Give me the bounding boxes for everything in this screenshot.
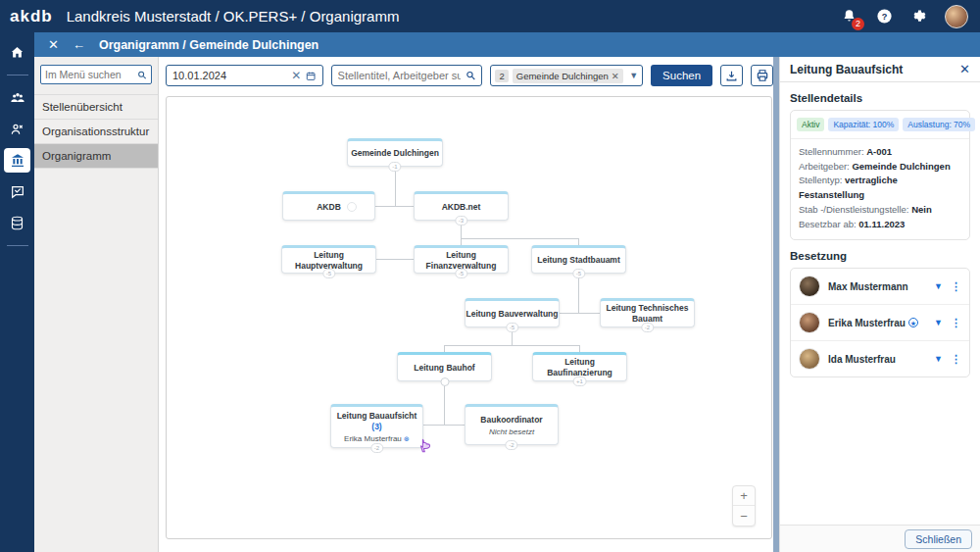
org-node-leitung-hauptverwaltung[interactable]: Leitung Hauptverwaltung -5 [281, 245, 376, 274]
position-search-field[interactable] [331, 65, 483, 86]
sidebar-item-stellenuebersicht[interactable]: Stellenübersicht [34, 94, 158, 119]
chevron-down-icon[interactable]: ▼ [629, 71, 638, 80]
org-node-akdb-net[interactable]: AKDB.net -3 [414, 191, 509, 221]
details-heading: Stellendetails [790, 92, 970, 104]
star-icon: ⊛ [404, 435, 410, 443]
occupant-row: Erika Musterfrau ★ ▼ ⋮ [791, 305, 969, 341]
star-icon: ★ [908, 318, 918, 327]
detail-row: Stellennummer: A-001 [799, 145, 961, 160]
expand-badge[interactable]: +1 [572, 376, 587, 386]
person-icon[interactable] [4, 117, 30, 141]
svg-text:?: ? [881, 12, 887, 22]
utilization-badge: Auslastung: 70% [903, 118, 975, 131]
menu-search-field[interactable] [40, 65, 152, 84]
expand-badge[interactable]: -2 [370, 443, 383, 453]
date-input[interactable] [172, 70, 286, 81]
print-icon[interactable] [751, 65, 773, 86]
kebab-menu-icon[interactable]: ⋮ [951, 280, 961, 293]
status-badge-active: Aktiv [797, 118, 824, 131]
avatar [799, 276, 820, 297]
help-icon[interactable]: ? [874, 7, 894, 26]
org-node-leitung-technisches-bauamt[interactable]: Leitung Technisches Bauamt -2 [600, 298, 695, 327]
occupant-count: (3) [371, 422, 381, 431]
zoom-in-button[interactable]: + [733, 486, 755, 506]
search-button[interactable]: Suchen [651, 65, 712, 86]
tab-bar: ✕ ← Organigramm / Gemeinde Dulchingen [34, 32, 980, 57]
expand-badge[interactable]: -5 [506, 323, 518, 332]
menu-search-input[interactable] [45, 69, 137, 80]
rail-divider [7, 75, 28, 75]
close-button[interactable]: Schließen [905, 529, 972, 549]
detail-row: Stellentyp: vertragliche Festanstellung [799, 174, 961, 202]
org-node-gemeinde-dulchingen[interactable]: Gemeinde Dulchingen -1 [347, 138, 443, 167]
organigram-icon[interactable] [4, 148, 30, 173]
org-chart-canvas[interactable]: Gemeinde Dulchingen -1 AKDB AKDB.net -3 … [166, 96, 772, 539]
download-icon[interactable] [720, 65, 743, 86]
date-field[interactable]: ✕ [166, 65, 323, 86]
detail-row: Besetzbar ab: 01.11.2023 [799, 218, 961, 232]
tab-close-icon[interactable]: ✕ [48, 38, 59, 51]
workflow-icon[interactable] [4, 179, 30, 204]
sidebar-item-organisationsstruktur[interactable]: Organisationsstruktur [34, 119, 158, 143]
occupancy-heading: Besetzung [790, 250, 970, 262]
main-area: ✕ 2 Gemeinde Dulchingen ✕ ▼ Suchen [160, 57, 779, 552]
notifications-bell-icon[interactable]: 2 [839, 7, 858, 26]
expand-badge[interactable]: -5 [322, 269, 335, 278]
avatar [799, 348, 820, 370]
search-icon [137, 70, 147, 80]
org-node-akdb[interactable]: AKDB [282, 191, 375, 221]
user-avatar[interactable] [945, 5, 968, 28]
rail-divider [7, 245, 28, 246]
detail-row: Arbeitgeber: Gemeinde Dulchingen [799, 160, 961, 175]
panel-close-icon[interactable]: ✕ [959, 62, 970, 76]
toolbar: ✕ 2 Gemeinde Dulchingen ✕ ▼ Suchen [160, 57, 779, 94]
detail-row: Stab -/Dienstleistungstelle: Nein [799, 203, 961, 218]
chevron-down-icon[interactable]: ▼ [934, 318, 943, 327]
kebab-menu-icon[interactable]: ⋮ [951, 353, 961, 366]
calendar-icon[interactable] [306, 70, 316, 82]
expand-badge[interactable]: -2 [505, 440, 517, 450]
connector-dot [440, 377, 449, 386]
org-node-leitung-bauhof[interactable]: Leitung Bauhof [397, 352, 492, 381]
database-icon[interactable] [4, 211, 30, 235]
people-icon[interactable] [4, 85, 30, 110]
org-node-leitung-bauaufsicht[interactable]: Leitung Bauaufsicht (3) Erika Musterfrau… [330, 404, 423, 448]
occupant-row: Ida Musterfrau ▼ ⋮ [791, 341, 969, 376]
org-node-leitung-finanzverwaltung[interactable]: Leitung Finanzverwaltung -5 [414, 245, 509, 274]
chevron-down-icon[interactable]: ▼ [934, 354, 943, 364]
kebab-menu-icon[interactable]: ⋮ [951, 317, 961, 329]
filter-chip: Gemeinde Dulchingen ✕ [513, 69, 623, 83]
sidebar-menu: Stellenübersicht Organisationsstruktur O… [34, 57, 159, 552]
panel-title: Leitung Bauaufsicht [790, 63, 903, 76]
position-search-input[interactable] [338, 70, 461, 81]
chip-remove-icon[interactable]: ✕ [612, 71, 619, 81]
expand-badge[interactable]: -5 [572, 269, 585, 278]
clear-date-icon[interactable]: ✕ [291, 69, 301, 82]
employer-multiselect[interactable]: 2 Gemeinde Dulchingen ✕ ▼ [490, 65, 643, 86]
org-node-baukoordinator[interactable]: Baukoordinator Nicht besetzt -2 [465, 404, 559, 445]
expand-badge[interactable]: -1 [388, 162, 401, 172]
expand-badge[interactable]: -5 [455, 269, 467, 278]
zoom-out-button[interactable]: − [733, 506, 755, 526]
home-icon[interactable] [4, 40, 30, 65]
back-arrow-icon[interactable]: ← [73, 38, 85, 51]
capacity-badge: Kapazität: 100% [828, 118, 899, 131]
expand-badge[interactable]: -3 [455, 216, 467, 226]
org-node-leitung-baufinanzierung[interactable]: Leitung Baufinanzierung +1 [532, 352, 627, 381]
org-node-leitung-bauverwaltung[interactable]: Leitung Bauverwaltung -5 [465, 298, 560, 327]
breadcrumb: Organigramm / Gemeinde Dulchingen [99, 38, 318, 52]
zoom-controls: + − [732, 485, 756, 527]
chevron-down-icon[interactable]: ▼ [934, 281, 943, 291]
occupancy-card: Max Mustermann ▼ ⋮ Erika Musterfrau ★ ▼ … [790, 268, 970, 377]
org-node-leitung-stadtbauamt[interactable]: Leitung Stadtbauamt -5 [531, 245, 626, 274]
mouse-cursor [417, 438, 433, 455]
top-app-bar: akdb Landkreis Musterstadt / OK.PERS+ / … [0, 0, 980, 32]
icon-rail [0, 32, 34, 552]
details-card: Aktiv Kapazität: 100% Auslastung: 70% ⋮ … [790, 110, 970, 240]
sidebar-item-organigramm[interactable]: Organigramm [34, 143, 158, 169]
avatar [799, 312, 820, 333]
settings-gear-icon[interactable] [909, 7, 929, 26]
expand-badge[interactable]: -2 [641, 323, 654, 332]
node-marker-icon [347, 202, 357, 212]
notification-count-badge: 2 [852, 18, 864, 30]
